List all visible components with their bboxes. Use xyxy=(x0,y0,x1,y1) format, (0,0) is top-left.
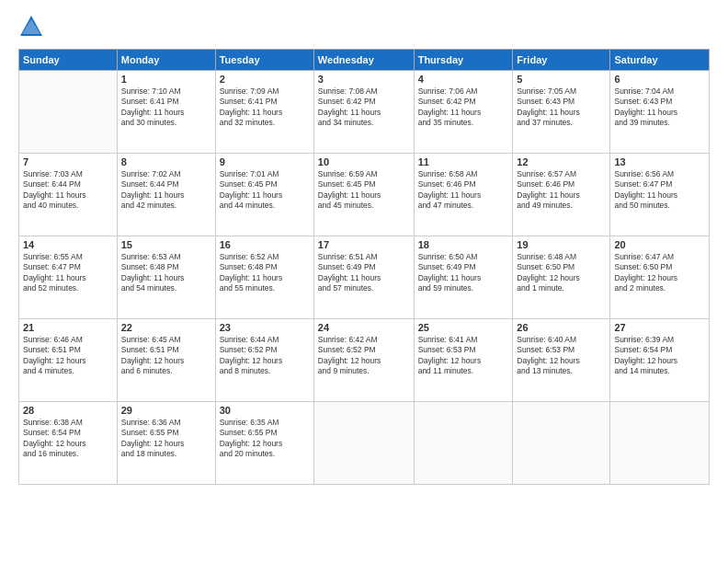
calendar-cell: 24Sunrise: 6:42 AM Sunset: 6:52 PM Dayli… xyxy=(313,319,414,402)
calendar-cell: 29Sunrise: 6:36 AM Sunset: 6:55 PM Dayli… xyxy=(117,402,215,485)
calendar-cell: 26Sunrise: 6:40 AM Sunset: 6:53 PM Dayli… xyxy=(513,319,610,402)
logo-icon xyxy=(18,14,44,40)
day-number: 7 xyxy=(23,156,113,167)
day-info: Sunrise: 6:50 AM Sunset: 6:49 PM Dayligh… xyxy=(418,252,509,294)
day-info: Sunrise: 6:58 AM Sunset: 6:46 PM Dayligh… xyxy=(418,169,509,212)
day-number: 22 xyxy=(121,322,211,333)
day-number: 14 xyxy=(23,239,113,250)
day-number: 25 xyxy=(418,322,509,333)
calendar-cell: 20Sunrise: 6:47 AM Sunset: 6:50 PM Dayli… xyxy=(610,236,710,319)
calendar-cell: 6Sunrise: 7:04 AM Sunset: 6:43 PM Daylig… xyxy=(610,71,710,154)
day-number: 28 xyxy=(23,405,113,416)
day-info: Sunrise: 6:52 AM Sunset: 6:48 PM Dayligh… xyxy=(220,252,310,294)
calendar-cell xyxy=(19,71,118,154)
day-number: 9 xyxy=(220,156,310,167)
calendar-week-0: 1Sunrise: 7:10 AM Sunset: 6:41 PM Daylig… xyxy=(19,71,710,154)
calendar-cell: 18Sunrise: 6:50 AM Sunset: 6:49 PM Dayli… xyxy=(414,236,513,319)
calendar-cell: 28Sunrise: 6:38 AM Sunset: 6:54 PM Dayli… xyxy=(19,402,118,485)
calendar-header-row: SundayMondayTuesdayWednesdayThursdayFrid… xyxy=(19,50,710,71)
calendar-cell: 30Sunrise: 6:35 AM Sunset: 6:55 PM Dayli… xyxy=(215,402,313,485)
day-number: 15 xyxy=(121,239,211,250)
calendar-cell: 23Sunrise: 6:44 AM Sunset: 6:52 PM Dayli… xyxy=(215,319,313,402)
weekday-header-wednesday: Wednesday xyxy=(313,50,414,71)
calendar-cell: 17Sunrise: 6:51 AM Sunset: 6:49 PM Dayli… xyxy=(313,236,414,319)
day-number: 1 xyxy=(121,74,211,85)
calendar-cell xyxy=(313,402,414,485)
header xyxy=(18,14,710,40)
calendar-table: SundayMondayTuesdayWednesdayThursdayFrid… xyxy=(18,49,710,485)
day-number: 12 xyxy=(517,156,606,167)
calendar-cell: 4Sunrise: 7:06 AM Sunset: 6:42 PM Daylig… xyxy=(414,71,513,154)
day-info: Sunrise: 7:02 AM Sunset: 6:44 PM Dayligh… xyxy=(121,169,211,212)
weekday-header-thursday: Thursday xyxy=(414,50,513,71)
day-info: Sunrise: 7:05 AM Sunset: 6:43 PM Dayligh… xyxy=(517,86,606,129)
calendar-cell: 13Sunrise: 6:56 AM Sunset: 6:47 PM Dayli… xyxy=(610,154,710,236)
logo xyxy=(18,14,49,40)
day-number: 5 xyxy=(517,74,606,85)
day-info: Sunrise: 7:01 AM Sunset: 6:45 PM Dayligh… xyxy=(220,169,310,212)
calendar-cell xyxy=(610,402,710,485)
day-info: Sunrise: 7:04 AM Sunset: 6:43 PM Dayligh… xyxy=(614,86,705,129)
day-number: 29 xyxy=(121,405,211,416)
day-info: Sunrise: 6:36 AM Sunset: 6:55 PM Dayligh… xyxy=(121,418,211,460)
weekday-header-tuesday: Tuesday xyxy=(215,50,313,71)
day-number: 19 xyxy=(517,239,606,250)
day-info: Sunrise: 7:08 AM Sunset: 6:42 PM Dayligh… xyxy=(318,86,410,129)
day-info: Sunrise: 6:42 AM Sunset: 6:52 PM Dayligh… xyxy=(318,335,410,377)
calendar-week-3: 21Sunrise: 6:46 AM Sunset: 6:51 PM Dayli… xyxy=(19,319,710,402)
day-info: Sunrise: 6:39 AM Sunset: 6:54 PM Dayligh… xyxy=(614,335,705,377)
day-number: 24 xyxy=(318,322,410,333)
day-number: 21 xyxy=(23,322,113,333)
calendar-cell: 11Sunrise: 6:58 AM Sunset: 6:46 PM Dayli… xyxy=(414,154,513,236)
calendar-week-2: 14Sunrise: 6:55 AM Sunset: 6:47 PM Dayli… xyxy=(19,236,710,319)
calendar-cell: 5Sunrise: 7:05 AM Sunset: 6:43 PM Daylig… xyxy=(513,71,610,154)
calendar-cell: 2Sunrise: 7:09 AM Sunset: 6:41 PM Daylig… xyxy=(215,71,313,154)
day-info: Sunrise: 6:56 AM Sunset: 6:47 PM Dayligh… xyxy=(614,169,705,212)
calendar-cell: 7Sunrise: 7:03 AM Sunset: 6:44 PM Daylig… xyxy=(19,154,118,236)
day-number: 23 xyxy=(220,322,310,333)
day-info: Sunrise: 7:06 AM Sunset: 6:42 PM Dayligh… xyxy=(418,86,509,129)
day-number: 11 xyxy=(418,156,509,167)
calendar-cell: 27Sunrise: 6:39 AM Sunset: 6:54 PM Dayli… xyxy=(610,319,710,402)
calendar-cell: 14Sunrise: 6:55 AM Sunset: 6:47 PM Dayli… xyxy=(19,236,118,319)
day-number: 20 xyxy=(614,239,705,250)
day-info: Sunrise: 6:47 AM Sunset: 6:50 PM Dayligh… xyxy=(614,252,705,294)
calendar-week-4: 28Sunrise: 6:38 AM Sunset: 6:54 PM Dayli… xyxy=(19,402,710,485)
day-number: 4 xyxy=(418,74,509,85)
calendar-cell: 21Sunrise: 6:46 AM Sunset: 6:51 PM Dayli… xyxy=(19,319,118,402)
day-info: Sunrise: 6:35 AM Sunset: 6:55 PM Dayligh… xyxy=(220,418,310,460)
day-info: Sunrise: 7:03 AM Sunset: 6:44 PM Dayligh… xyxy=(23,169,113,212)
day-info: Sunrise: 6:45 AM Sunset: 6:51 PM Dayligh… xyxy=(121,335,211,377)
day-info: Sunrise: 6:59 AM Sunset: 6:45 PM Dayligh… xyxy=(318,169,410,212)
day-info: Sunrise: 7:10 AM Sunset: 6:41 PM Dayligh… xyxy=(121,86,211,129)
day-info: Sunrise: 6:55 AM Sunset: 6:47 PM Dayligh… xyxy=(23,252,113,294)
calendar-cell: 25Sunrise: 6:41 AM Sunset: 6:53 PM Dayli… xyxy=(414,319,513,402)
day-info: Sunrise: 6:44 AM Sunset: 6:52 PM Dayligh… xyxy=(220,335,310,377)
calendar-cell: 19Sunrise: 6:48 AM Sunset: 6:50 PM Dayli… xyxy=(513,236,610,319)
calendar-cell xyxy=(414,402,513,485)
day-info: Sunrise: 7:09 AM Sunset: 6:41 PM Dayligh… xyxy=(220,86,310,129)
calendar-cell: 1Sunrise: 7:10 AM Sunset: 6:41 PM Daylig… xyxy=(117,71,215,154)
day-number: 6 xyxy=(614,74,705,85)
calendar-cell: 9Sunrise: 7:01 AM Sunset: 6:45 PM Daylig… xyxy=(215,154,313,236)
calendar-week-1: 7Sunrise: 7:03 AM Sunset: 6:44 PM Daylig… xyxy=(19,154,710,236)
day-number: 30 xyxy=(220,405,310,416)
weekday-header-monday: Monday xyxy=(117,50,215,71)
day-info: Sunrise: 6:53 AM Sunset: 6:48 PM Dayligh… xyxy=(121,252,211,294)
day-info: Sunrise: 6:57 AM Sunset: 6:46 PM Dayligh… xyxy=(517,169,606,212)
svg-marker-1 xyxy=(22,19,40,34)
day-number: 13 xyxy=(614,156,705,167)
calendar-cell: 16Sunrise: 6:52 AM Sunset: 6:48 PM Dayli… xyxy=(215,236,313,319)
calendar-cell: 22Sunrise: 6:45 AM Sunset: 6:51 PM Dayli… xyxy=(117,319,215,402)
day-number: 17 xyxy=(318,239,410,250)
day-number: 27 xyxy=(614,322,705,333)
calendar-cell: 15Sunrise: 6:53 AM Sunset: 6:48 PM Dayli… xyxy=(117,236,215,319)
day-number: 16 xyxy=(220,239,310,250)
weekday-header-saturday: Saturday xyxy=(610,50,710,71)
weekday-header-friday: Friday xyxy=(513,50,610,71)
calendar-cell: 12Sunrise: 6:57 AM Sunset: 6:46 PM Dayli… xyxy=(513,154,610,236)
day-number: 8 xyxy=(121,156,211,167)
day-number: 2 xyxy=(220,74,310,85)
day-info: Sunrise: 6:51 AM Sunset: 6:49 PM Dayligh… xyxy=(318,252,410,294)
day-info: Sunrise: 6:41 AM Sunset: 6:53 PM Dayligh… xyxy=(418,335,509,377)
